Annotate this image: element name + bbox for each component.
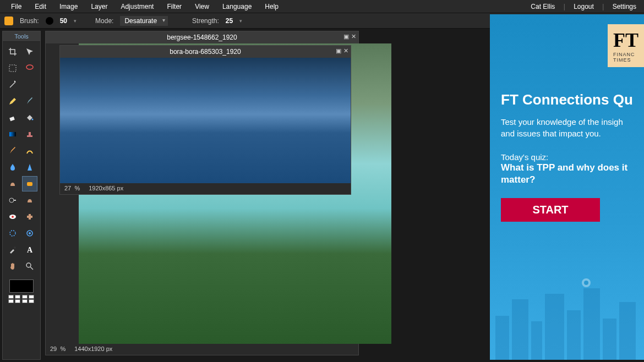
draw-tool[interactable] <box>22 143 37 158</box>
hand-tool[interactable] <box>5 259 20 274</box>
svg-rect-25 <box>567 310 581 360</box>
svg-rect-6 <box>27 135 32 137</box>
svg-point-9 <box>9 198 14 202</box>
dropdown-arrow-icon[interactable]: ▾ <box>239 18 242 24</box>
svg-rect-22 <box>512 299 528 360</box>
menu-filter[interactable]: Filter <box>160 1 188 13</box>
spot-heal-tool[interactable] <box>22 209 37 224</box>
lasso-tool[interactable] <box>22 61 37 76</box>
strength-value[interactable]: 25 <box>226 17 233 25</box>
svg-point-20 <box>26 263 31 267</box>
active-tool-icon <box>4 17 13 25</box>
menu-image[interactable]: Image <box>53 1 84 13</box>
menu-language[interactable]: Language <box>216 1 258 13</box>
ad-body: Test your knowledge of the insigh and is… <box>501 116 633 139</box>
svg-point-1 <box>26 65 33 69</box>
blur-tool[interactable] <box>5 160 20 175</box>
svg-point-17 <box>29 232 31 234</box>
svg-rect-0 <box>9 65 16 72</box>
document-window-bora[interactable]: bora-bora-685303_1920 ▣ ✕ 27 % 1920x865 … <box>59 45 351 195</box>
svg-rect-26 <box>583 288 600 360</box>
document-title[interactable]: bora-bora-685303_1920 ▣ ✕ <box>60 46 351 58</box>
close-icon[interactable]: ✕ <box>351 33 356 40</box>
start-button[interactable]: START <box>501 198 600 222</box>
color-swatches[interactable] <box>8 295 35 303</box>
svg-rect-7 <box>29 132 31 135</box>
ft-logo: FT FINANC TIMES <box>608 24 644 67</box>
pinch-tool[interactable] <box>22 226 37 241</box>
brush-tool[interactable] <box>22 94 37 109</box>
document-footer: 27 % 1920x865 px <box>60 183 351 193</box>
svg-rect-23 <box>531 321 542 360</box>
menu-layer[interactable]: Layer <box>84 1 114 13</box>
svg-point-4 <box>32 119 34 120</box>
move-tool[interactable] <box>22 44 37 59</box>
svg-rect-3 <box>9 117 15 121</box>
replace-color-tool[interactable] <box>5 143 20 158</box>
dropdown-arrow-icon[interactable]: ▾ <box>74 18 77 24</box>
logout-link[interactable]: Logout <box>570 3 597 10</box>
ad-heading: FT Connections Qu <box>501 91 633 108</box>
sponge-tool[interactable] <box>22 176 37 191</box>
canvas-bora[interactable] <box>60 58 351 183</box>
mode-dropdown[interactable]: Desaturate <box>120 16 168 26</box>
svg-rect-14 <box>29 214 31 220</box>
skyline-graphic <box>490 272 644 360</box>
svg-point-2 <box>14 81 15 82</box>
svg-point-12 <box>12 216 14 218</box>
sharpen-tool[interactable] <box>22 160 37 175</box>
gradient-tool[interactable] <box>5 127 20 142</box>
eraser-tool[interactable] <box>5 110 20 125</box>
svg-point-30 <box>584 281 588 285</box>
empty-tool <box>22 77 37 92</box>
user-links: Cat Ellis | Logout | Settings <box>527 3 640 10</box>
bloat-tool[interactable] <box>5 226 20 241</box>
document-footer: 29 % 1440x1920 px <box>46 344 358 354</box>
menu-view[interactable]: View <box>188 1 216 13</box>
smudge-tool[interactable] <box>5 176 20 191</box>
svg-text:A: A <box>27 246 33 254</box>
tools-panel-header: Tools <box>3 31 40 42</box>
redeye-tool[interactable] <box>5 209 20 224</box>
menu-bar: File Edit Image Layer Adjustment Filter … <box>0 0 644 13</box>
menu-adjustment[interactable]: Adjustment <box>114 1 160 13</box>
menu-edit[interactable]: Edit <box>28 1 53 13</box>
mode-label: Mode: <box>95 17 113 25</box>
brush-label: Brush: <box>20 17 39 25</box>
workspace: bergsee-1548662_1920 ▣ ✕ 29 % 1440x1920 … <box>43 29 527 362</box>
svg-rect-28 <box>619 302 636 360</box>
close-icon[interactable]: ✕ <box>343 47 348 54</box>
brush-preview-icon[interactable] <box>46 17 53 25</box>
menu-help[interactable]: Help <box>258 1 285 13</box>
strength-label: Strength: <box>192 17 219 25</box>
crop-tool[interactable] <box>5 44 20 59</box>
zoom-tool[interactable] <box>22 259 37 274</box>
ad-quiz-label: Today's quiz: <box>501 152 633 162</box>
ad-question: What is TPP and why does it matter? <box>501 162 633 186</box>
svg-rect-21 <box>495 316 509 360</box>
document-title[interactable]: bergsee-1548662_1920 ▣ ✕ <box>46 31 358 43</box>
user-name[interactable]: Cat Ellis <box>527 3 558 10</box>
svg-point-18 <box>14 246 16 249</box>
bucket-tool[interactable] <box>22 110 37 125</box>
type-tool[interactable]: A <box>22 242 37 257</box>
svg-rect-5 <box>9 132 16 136</box>
svg-rect-8 <box>27 182 32 186</box>
menu-file[interactable]: File <box>4 1 28 13</box>
foreground-color-swatch[interactable] <box>9 279 34 293</box>
settings-link[interactable]: Settings <box>609 3 640 10</box>
maximize-icon[interactable]: ▣ <box>343 33 349 40</box>
tools-panel: Tools A <box>2 31 41 360</box>
pencil-tool[interactable] <box>5 94 20 109</box>
brush-size-value[interactable]: 50 <box>60 17 67 25</box>
svg-rect-27 <box>603 319 616 360</box>
svg-rect-10 <box>14 200 16 201</box>
stamp-tool[interactable] <box>22 127 37 142</box>
picker-tool[interactable] <box>5 242 20 257</box>
wand-tool[interactable] <box>5 77 20 92</box>
marquee-tool[interactable] <box>5 61 20 76</box>
burn-tool[interactable] <box>22 193 37 208</box>
dodge-tool[interactable] <box>5 193 20 208</box>
svg-point-15 <box>10 231 15 236</box>
maximize-icon[interactable]: ▣ <box>336 47 341 54</box>
